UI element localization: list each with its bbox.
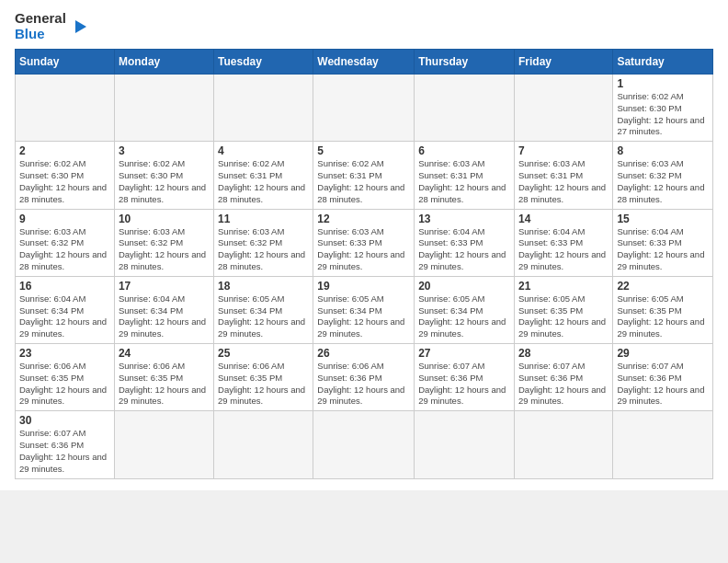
day-info: Sunrise: 6:07 AMSunset: 6:36 PMDaylight:… bbox=[418, 361, 510, 408]
day-info: Sunrise: 6:06 AMSunset: 6:35 PMDaylight:… bbox=[218, 361, 309, 408]
day-info: Sunrise: 6:06 AMSunset: 6:36 PMDaylight:… bbox=[317, 361, 410, 408]
day-info: Sunrise: 6:03 AMSunset: 6:31 PMDaylight:… bbox=[518, 158, 609, 205]
calendar-week-row: 30Sunrise: 6:07 AMSunset: 6:36 PMDayligh… bbox=[16, 411, 713, 478]
calendar-cell bbox=[214, 411, 313, 478]
day-info: Sunrise: 6:02 AMSunset: 6:30 PMDaylight:… bbox=[617, 91, 709, 138]
day-info: Sunrise: 6:05 AMSunset: 6:35 PMDaylight:… bbox=[617, 293, 709, 340]
calendar-cell: 7Sunrise: 6:03 AMSunset: 6:31 PMDaylight… bbox=[514, 142, 612, 209]
day-number: 18 bbox=[218, 280, 309, 293]
calendar-cell: 29Sunrise: 6:07 AMSunset: 6:36 PMDayligh… bbox=[613, 344, 713, 411]
calendar-cell: 2Sunrise: 6:02 AMSunset: 6:30 PMDaylight… bbox=[16, 142, 115, 209]
header: General Blue bbox=[15, 11, 713, 41]
day-number: 4 bbox=[218, 144, 309, 157]
day-number: 30 bbox=[19, 414, 110, 427]
day-number: 23 bbox=[19, 347, 110, 360]
day-number: 3 bbox=[119, 144, 210, 157]
calendar-cell: 20Sunrise: 6:05 AMSunset: 6:34 PMDayligh… bbox=[415, 276, 515, 343]
day-info: Sunrise: 6:06 AMSunset: 6:35 PMDaylight:… bbox=[119, 361, 210, 408]
day-info: Sunrise: 6:02 AMSunset: 6:30 PMDaylight:… bbox=[19, 158, 110, 205]
calendar-cell: 15Sunrise: 6:04 AMSunset: 6:33 PMDayligh… bbox=[613, 209, 713, 276]
calendar-cell: 12Sunrise: 6:03 AMSunset: 6:33 PMDayligh… bbox=[313, 209, 415, 276]
calendar-cell: 6Sunrise: 6:03 AMSunset: 6:31 PMDaylight… bbox=[415, 142, 515, 209]
calendar-week-row: 1Sunrise: 6:02 AMSunset: 6:30 PMDaylight… bbox=[16, 75, 713, 142]
calendar-week-row: 9Sunrise: 6:03 AMSunset: 6:32 PMDaylight… bbox=[16, 209, 713, 276]
calendar-cell: 9Sunrise: 6:03 AMSunset: 6:32 PMDaylight… bbox=[16, 209, 115, 276]
svg-marker-0 bbox=[75, 20, 86, 33]
calendar-cell: 4Sunrise: 6:02 AMSunset: 6:31 PMDaylight… bbox=[214, 142, 313, 209]
day-number: 28 bbox=[518, 347, 609, 360]
calendar-header-row: SundayMondayTuesdayWednesdayThursdayFrid… bbox=[16, 50, 713, 75]
day-info: Sunrise: 6:07 AMSunset: 6:36 PMDaylight:… bbox=[518, 361, 609, 408]
logo-blue: Blue bbox=[15, 27, 66, 42]
day-number: 9 bbox=[19, 213, 110, 225]
day-info: Sunrise: 6:04 AMSunset: 6:34 PMDaylight:… bbox=[119, 293, 210, 340]
day-number: 13 bbox=[418, 213, 510, 225]
day-number: 6 bbox=[418, 144, 510, 157]
calendar-cell: 24Sunrise: 6:06 AMSunset: 6:35 PMDayligh… bbox=[114, 344, 213, 411]
day-info: Sunrise: 6:06 AMSunset: 6:35 PMDaylight:… bbox=[19, 361, 110, 408]
calendar-cell bbox=[613, 411, 713, 478]
day-number: 1 bbox=[617, 77, 709, 90]
day-number: 14 bbox=[518, 213, 609, 225]
day-info: Sunrise: 6:07 AMSunset: 6:36 PMDaylight:… bbox=[19, 428, 110, 475]
calendar-cell bbox=[514, 75, 612, 142]
calendar-cell bbox=[114, 411, 213, 478]
day-info: Sunrise: 6:02 AMSunset: 6:30 PMDaylight:… bbox=[119, 158, 210, 205]
day-number: 22 bbox=[617, 280, 709, 293]
day-number: 24 bbox=[119, 347, 210, 360]
day-number: 25 bbox=[218, 347, 309, 360]
calendar-cell: 5Sunrise: 6:02 AMSunset: 6:31 PMDaylight… bbox=[313, 142, 415, 209]
day-number: 11 bbox=[218, 213, 309, 225]
day-info: Sunrise: 6:04 AMSunset: 6:33 PMDaylight:… bbox=[617, 226, 709, 273]
calendar-cell: 13Sunrise: 6:04 AMSunset: 6:33 PMDayligh… bbox=[415, 209, 515, 276]
calendar-cell: 14Sunrise: 6:04 AMSunset: 6:33 PMDayligh… bbox=[514, 209, 612, 276]
calendar-cell: 27Sunrise: 6:07 AMSunset: 6:36 PMDayligh… bbox=[415, 344, 515, 411]
calendar-cell bbox=[214, 75, 313, 142]
weekday-header: Tuesday bbox=[214, 50, 313, 75]
day-number: 17 bbox=[119, 280, 210, 293]
day-info: Sunrise: 6:04 AMSunset: 6:34 PMDaylight:… bbox=[19, 293, 110, 340]
day-number: 8 bbox=[617, 144, 709, 157]
calendar-cell: 10Sunrise: 6:03 AMSunset: 6:32 PMDayligh… bbox=[114, 209, 213, 276]
calendar-cell bbox=[16, 75, 115, 142]
calendar-cell: 22Sunrise: 6:05 AMSunset: 6:35 PMDayligh… bbox=[613, 276, 713, 343]
calendar-cell: 30Sunrise: 6:07 AMSunset: 6:36 PMDayligh… bbox=[16, 411, 115, 478]
calendar-cell: 26Sunrise: 6:06 AMSunset: 6:36 PMDayligh… bbox=[313, 344, 415, 411]
day-number: 16 bbox=[19, 280, 110, 293]
day-info: Sunrise: 6:03 AMSunset: 6:32 PMDaylight:… bbox=[617, 158, 709, 205]
calendar-cell bbox=[313, 75, 415, 142]
calendar-cell: 25Sunrise: 6:06 AMSunset: 6:35 PMDayligh… bbox=[214, 344, 313, 411]
calendar-cell: 3Sunrise: 6:02 AMSunset: 6:30 PMDaylight… bbox=[114, 142, 213, 209]
weekday-header: Monday bbox=[114, 50, 213, 75]
day-info: Sunrise: 6:03 AMSunset: 6:31 PMDaylight:… bbox=[418, 158, 510, 205]
weekday-header: Thursday bbox=[415, 50, 515, 75]
day-number: 27 bbox=[418, 347, 510, 360]
calendar-cell: 18Sunrise: 6:05 AMSunset: 6:34 PMDayligh… bbox=[214, 276, 313, 343]
calendar-table: SundayMondayTuesdayWednesdayThursdayFrid… bbox=[15, 49, 713, 479]
calendar-cell bbox=[313, 411, 415, 478]
day-info: Sunrise: 6:05 AMSunset: 6:35 PMDaylight:… bbox=[518, 293, 609, 340]
day-info: Sunrise: 6:05 AMSunset: 6:34 PMDaylight:… bbox=[317, 293, 410, 340]
day-info: Sunrise: 6:05 AMSunset: 6:34 PMDaylight:… bbox=[418, 293, 510, 340]
calendar-cell: 28Sunrise: 6:07 AMSunset: 6:36 PMDayligh… bbox=[514, 344, 612, 411]
weekday-header: Saturday bbox=[613, 50, 713, 75]
calendar-cell: 16Sunrise: 6:04 AMSunset: 6:34 PMDayligh… bbox=[16, 276, 115, 343]
day-number: 2 bbox=[19, 144, 110, 157]
day-number: 7 bbox=[518, 144, 609, 157]
day-info: Sunrise: 6:04 AMSunset: 6:33 PMDaylight:… bbox=[518, 226, 609, 273]
weekday-header: Sunday bbox=[16, 50, 115, 75]
page: General Blue SundayMondayTuesdayWednesda… bbox=[0, 0, 728, 490]
calendar-cell: 19Sunrise: 6:05 AMSunset: 6:34 PMDayligh… bbox=[313, 276, 415, 343]
day-info: Sunrise: 6:03 AMSunset: 6:32 PMDaylight:… bbox=[119, 226, 210, 273]
calendar-cell: 8Sunrise: 6:03 AMSunset: 6:32 PMDaylight… bbox=[613, 142, 713, 209]
day-number: 19 bbox=[317, 280, 410, 293]
calendar-cell: 23Sunrise: 6:06 AMSunset: 6:35 PMDayligh… bbox=[16, 344, 115, 411]
weekday-header: Wednesday bbox=[313, 50, 415, 75]
day-number: 29 bbox=[617, 347, 709, 360]
day-info: Sunrise: 6:03 AMSunset: 6:32 PMDaylight:… bbox=[19, 226, 110, 273]
day-number: 26 bbox=[317, 347, 410, 360]
day-info: Sunrise: 6:05 AMSunset: 6:34 PMDaylight:… bbox=[218, 293, 309, 340]
day-info: Sunrise: 6:03 AMSunset: 6:32 PMDaylight:… bbox=[218, 226, 309, 273]
weekday-header: Friday bbox=[514, 50, 612, 75]
day-number: 12 bbox=[317, 213, 410, 225]
